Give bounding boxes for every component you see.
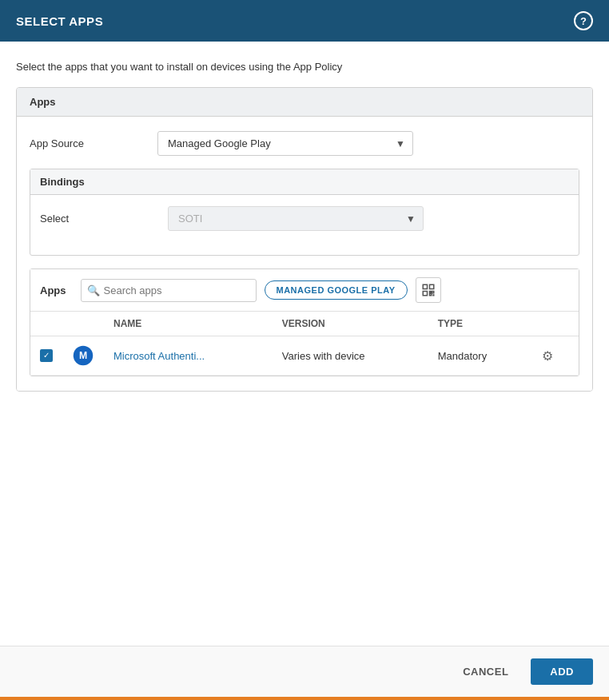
apps-toolbar: Apps 🔍 MANAGED GOOGLE PLAY: [30, 269, 579, 312]
bindings-select-label: Select: [40, 213, 168, 225]
orange-accent-bar: [0, 697, 609, 700]
svg-rect-1: [429, 284, 433, 288]
apps-inner-label: Apps: [40, 284, 66, 296]
search-wrapper: 🔍: [81, 279, 257, 302]
app-source-row: App Source Managed Google Play ▼: [30, 131, 579, 156]
description-text: Select the apps that you want to install…: [16, 61, 593, 73]
table-header-row: NAME VERSION TYPE: [30, 312, 579, 336]
qr-icon-button[interactable]: [416, 277, 441, 303]
col-version: VERSION: [273, 312, 428, 336]
row-name-cell: Microsoft Authenti...: [104, 336, 273, 376]
dialog-body: Select the apps that you want to install…: [0, 42, 609, 646]
dialog-footer: CANCEL ADD: [0, 646, 609, 697]
bindings-select[interactable]: SOTI: [168, 206, 424, 231]
bindings-header: Bindings: [30, 169, 579, 195]
search-input[interactable]: [81, 279, 257, 302]
apps-section-content: App Source Managed Google Play ▼ Binding…: [17, 117, 592, 391]
app-icon: M: [72, 344, 94, 367]
col-checkbox: [30, 312, 62, 336]
col-type: TYPE: [428, 312, 532, 336]
svg-text:M: M: [79, 350, 87, 361]
apps-table: NAME VERSION TYPE: [30, 312, 579, 376]
apps-section-box: Apps App Source Managed Google Play ▼ Bi…: [16, 87, 593, 392]
apps-section-header: Apps: [17, 88, 592, 117]
svg-rect-0: [423, 284, 427, 288]
svg-rect-2: [423, 292, 427, 296]
row-type-cell: Mandatory: [428, 336, 532, 376]
bindings-select-row: Select SOTI ▼: [40, 206, 569, 231]
bindings-select-wrapper: SOTI ▼: [168, 206, 424, 231]
search-icon: 🔍: [87, 284, 100, 296]
table-row: M Microsoft Authenti... Varies with devi…: [30, 336, 579, 376]
app-name-link[interactable]: Microsoft Authenti...: [113, 350, 205, 362]
managed-google-play-button[interactable]: MANAGED GOOGLE PLAY: [265, 280, 408, 300]
dialog-title: SELECT APPS: [16, 14, 103, 28]
apps-inner-box: Apps 🔍 MANAGED GOOGLE PLAY: [30, 268, 579, 376]
help-icon[interactable]: ?: [574, 11, 593, 30]
row-version-cell: Varies with device: [273, 336, 428, 376]
select-apps-dialog: SELECT APPS ? Select the apps that you w…: [0, 0, 609, 700]
row-actions-cell: ⚙: [532, 336, 579, 376]
gear-icon[interactable]: ⚙: [542, 349, 553, 363]
cancel-button[interactable]: CANCEL: [450, 659, 521, 684]
col-actions: [532, 312, 579, 336]
app-source-select[interactable]: Managed Google Play: [157, 131, 413, 156]
bindings-section: Bindings Select SOTI ▼: [30, 169, 579, 256]
col-name: NAME: [104, 312, 273, 336]
add-button[interactable]: ADD: [531, 658, 593, 685]
dialog-header: SELECT APPS ?: [0, 0, 609, 42]
app-source-label: App Source: [30, 137, 157, 149]
app-source-select-wrapper: Managed Google Play ▼: [157, 131, 413, 156]
row-checkbox[interactable]: [40, 349, 53, 362]
bindings-content: Select SOTI ▼: [30, 195, 579, 255]
row-icon-cell: M: [62, 336, 104, 376]
col-icon: [62, 312, 104, 336]
row-checkbox-cell: [30, 336, 62, 376]
